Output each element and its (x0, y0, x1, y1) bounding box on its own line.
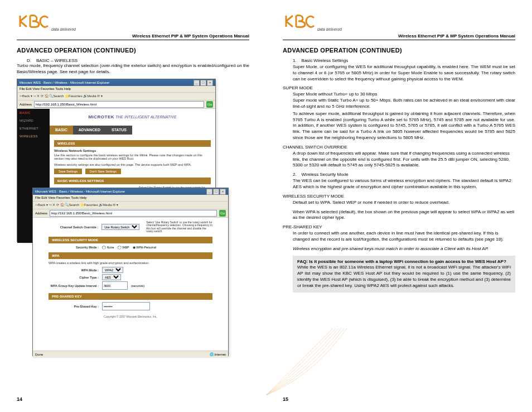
faq-answer: While the WES is an 802.11a Wireless Eth… (297, 265, 511, 288)
psk-input[interactable] (102, 302, 150, 310)
copyright: Copyright © 2007 Microtek Electronics, I… (49, 315, 212, 318)
doc-header: Wireless Ethernet PtP & MP System Operat… (17, 33, 249, 40)
item-1: 1. Basic Wireless Settings (293, 58, 515, 63)
tab-basic[interactable]: BASIC (50, 126, 73, 135)
ie-menubar-2[interactable]: File Edit View Favorites Tools Help (33, 195, 228, 202)
sidebar-ethernet[interactable]: ETHERNET (17, 124, 50, 132)
wsm-body: Default set to WPA. Select WEP or none i… (293, 200, 515, 206)
sidebar-basic[interactable]: BASIC (17, 109, 50, 117)
sec-radio-none[interactable]: ◯ None (102, 246, 114, 249)
config-tabs: BASIC ADVANCED STATUS (50, 126, 215, 135)
psk-body: In order to connect with one another, ea… (293, 231, 515, 243)
address-label-2: Address (35, 212, 47, 215)
ie-toolbar-2[interactable]: ⇦Back ▾ ⇨ ✕ ⟳ 🏠 🔍Search ⭐Favorites 🔊Medi… (33, 202, 228, 209)
ie-titlebar: Microtek WES : Basic / Wireless - Micros… (17, 79, 215, 86)
go-button[interactable]: Go (206, 101, 213, 108)
security-mode-label: Security Mode : (49, 246, 99, 249)
cipher-label: Cipher Type : (49, 276, 99, 279)
item1-body: Super Mode, or configuring the WES for a… (293, 64, 515, 82)
section-title: ADVANCED OPERATION (CONTINUED) (283, 47, 515, 54)
italic-note: Wireless encryption and pre-shared keys … (293, 246, 515, 252)
cso-head: CHANNEL SWITCH OVERRIDE (283, 145, 515, 150)
wpa-mode-label: WPA Mode : (49, 269, 99, 272)
cso-note: Select 'Use Rotary Switch' to use the ro… (146, 221, 212, 233)
page-14: data delivered Wireless Ethernet PtP & M… (0, 0, 266, 412)
wireless-panel-head: WIRELESS (54, 140, 211, 147)
section-title: ADVANCED OPERATION (CONTINUED) (17, 47, 249, 54)
min-icon[interactable]: _ (206, 189, 212, 195)
sidebar-wizard[interactable]: WIZARD (17, 117, 50, 124)
max-icon[interactable]: □ (200, 80, 206, 86)
gku-label: WPA Group Key Update Interval : (49, 284, 99, 288)
sidebar-wireless[interactable]: WIRELESS (17, 132, 50, 140)
config-content-2: Channel Switch Override : Use Rotary Swi… (33, 218, 228, 351)
wpa-mode-select[interactable]: WPA2 (102, 267, 123, 273)
kbc-logo (283, 13, 316, 32)
wpa-panel-head: WPA (49, 252, 212, 259)
address-label: Address (20, 103, 32, 106)
microtek-brand: MICROTEK THE INTELLIGENT ALTERNATIVE (50, 109, 215, 126)
ie-addressbar-2: Address Go (33, 209, 228, 218)
cso-select-2[interactable]: Use Rotary Switch (101, 224, 139, 230)
ie-title-text: Microtek WES : Basic / Wireless - Micros… (20, 79, 109, 86)
ie-menubar[interactable]: File Edit View Favorites Tools Help (17, 86, 215, 93)
wpa-body: When WPA is selected (default), the box … (293, 209, 515, 222)
psk-head: PRE-SHARED KEY (283, 224, 515, 229)
window-buttons: _□× (193, 79, 213, 86)
header-right: data delivered (283, 10, 515, 32)
wireless-panel-sub: Wireless Network Settings (54, 149, 211, 152)
wsm-panel-head: WIRELESS SECURITY MODE (49, 237, 212, 243)
address-input[interactable] (34, 101, 204, 108)
ie-addressbar: Address Go (17, 100, 215, 109)
sub-letter: D. (27, 58, 31, 63)
gku-input[interactable] (102, 281, 128, 290)
address-input-2[interactable] (50, 210, 217, 217)
doc-header: Wireless Ethernet PtP & MP System Operat… (283, 33, 515, 40)
tab-advanced[interactable]: ADVANCED (73, 126, 106, 135)
item-2: 2. Wireless Security Mode (293, 172, 515, 177)
go-button-2[interactable]: Go (219, 210, 226, 217)
wsm-head: WIRELESS SECURITY MODE (283, 194, 515, 199)
page-number-15: 15 (283, 396, 288, 402)
cipher-select[interactable]: AES (102, 274, 121, 280)
sub-label: BASIC – WIRELESS (36, 58, 78, 63)
tab-status[interactable]: STATUS (106, 126, 132, 135)
close-icon[interactable]: × (207, 80, 213, 86)
wireless-text1: Use this section to configure the basic … (54, 154, 211, 161)
page-number-14: 14 (17, 396, 22, 402)
ie-statusbar: Done 🌐 Internet (33, 351, 228, 358)
faq-box: FAQ: Is it possible for someone with a l… (293, 256, 515, 293)
sm-line2: Super mode with Static Turbo A= up to 50… (293, 98, 515, 110)
ie-titlebar-2: Microtek WES : Basic / Wireless - Micros… (33, 188, 228, 195)
ie-body-2: Channel Switch Override : Use Rotary Swi… (33, 218, 228, 351)
ie-window-bottom: Microtek WES : Basic / Wireless - Micros… (32, 188, 229, 356)
faq-question: FAQ: Is it possible for someone with a l… (297, 259, 506, 264)
psk-panel-head: PRE-SHARED KEY (49, 293, 212, 300)
super-mode-head: SUPER MODE (283, 85, 515, 90)
status-net: 🌐 Internet (210, 351, 226, 358)
intro-text: Turbo mode, frequency channel selection … (17, 63, 249, 75)
tagline: data delivered (317, 27, 342, 31)
tagline: data delivered (51, 27, 76, 31)
close-icon[interactable]: × (220, 189, 226, 195)
ie-toolbar[interactable]: ⇦Back ▾ ⇨ ✕ ⟳ 🏠 🔍Search ⭐Favorites 🔊Medi… (17, 93, 215, 100)
sec-radio-wpa[interactable]: ◉ WPA-Personal (133, 246, 156, 249)
dont-save-button[interactable]: Don't Save Settings (85, 169, 121, 174)
bws-panel-head: BASIC WIRELESS SETTINGS (54, 178, 211, 184)
cso-body: A drop down list of frequencies will app… (293, 151, 515, 169)
sec-radio-wep[interactable]: ◯ WEP (118, 246, 129, 249)
header-left: data delivered (17, 10, 249, 32)
max-icon[interactable]: □ (213, 189, 219, 195)
gku-unit: (seconds) (131, 284, 144, 288)
item2-body: The WES can be configured to various for… (293, 178, 515, 190)
subsection-d: D. BASIC – WIRELESS (27, 58, 249, 63)
status-done: Done (35, 351, 43, 358)
save-button[interactable]: Save Settings (54, 169, 82, 174)
wpa-panel-text: WPA creates a wireless link with high gr… (49, 261, 212, 265)
swoosh-graphic (266, 328, 355, 395)
sm-line1: Super Mode without Turbo= up to 30 Mbps (293, 92, 515, 98)
ie-title-text-2: Microtek WES : Basic / Wireless - Micros… (35, 188, 125, 195)
page-15: data delivered Wireless Ethernet PtP & M… (266, 0, 532, 412)
min-icon[interactable]: _ (194, 80, 200, 86)
kbc-logo (17, 13, 50, 32)
